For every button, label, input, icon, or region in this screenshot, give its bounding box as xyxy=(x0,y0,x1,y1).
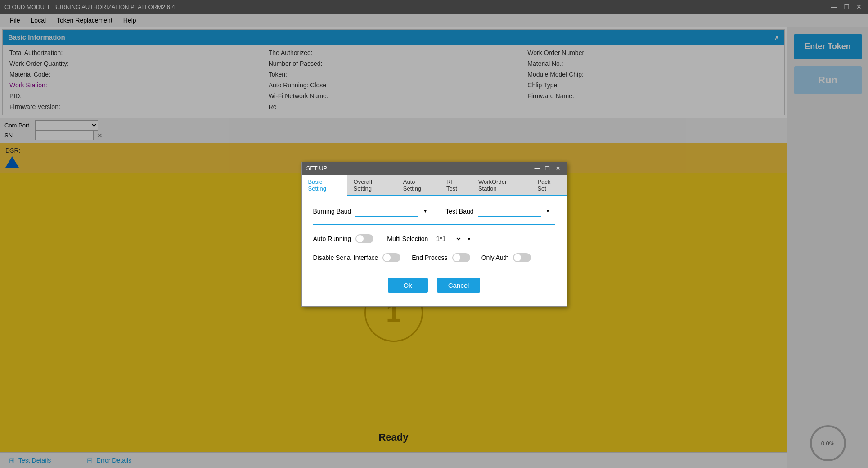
modal-minimize-button[interactable]: — xyxy=(533,164,541,173)
baud-row: Burning Baud ▼ Test Baud ▼ xyxy=(313,205,555,217)
tab-basic-setting[interactable]: Basic Setting xyxy=(302,175,347,196)
only-auth-label: Only Auth xyxy=(481,254,509,261)
test-baud-arrow-icon: ▼ xyxy=(546,209,550,214)
burning-baud-group: Burning Baud ▼ xyxy=(313,205,428,217)
baud-divider xyxy=(313,224,555,225)
setup-modal: SET UP — ❐ ✕ Basic Setting Overall Setti… xyxy=(301,162,567,307)
tab-overall-setting[interactable]: Overall Setting xyxy=(347,175,397,195)
ok-button[interactable]: Ok xyxy=(388,278,428,293)
modal-overlay: SET UP — ❐ ✕ Basic Setting Overall Setti… xyxy=(0,0,868,468)
modal-title-controls: — ❐ ✕ xyxy=(533,164,562,173)
tab-pack-set[interactable]: Pack Set xyxy=(531,175,566,195)
auto-running-label: Auto Running xyxy=(313,235,351,242)
only-auth-toggle[interactable] xyxy=(513,253,531,262)
modal-title-bar: SET UP — ❐ ✕ xyxy=(302,162,567,175)
burning-baud-arrow-icon: ▼ xyxy=(423,209,427,214)
disable-serial-label: Disable Serial Interface xyxy=(313,254,378,261)
auto-running-toggle[interactable] xyxy=(355,234,373,243)
disable-serial-group: Disable Serial Interface xyxy=(313,253,401,262)
auto-running-row: Auto Running Multi Selection 1*1 ▼ xyxy=(313,234,555,244)
tab-workorder-station[interactable]: WorkOrder Station xyxy=(472,175,531,195)
tab-rf-test[interactable]: RF Test xyxy=(440,175,472,195)
modal-restore-button[interactable]: ❐ xyxy=(544,164,552,173)
modal-body: Burning Baud ▼ Test Baud ▼ xyxy=(302,196,567,306)
disable-serial-toggle[interactable] xyxy=(382,253,400,262)
modal-close-button[interactable]: ✕ xyxy=(554,164,562,173)
end-process-label: End Process xyxy=(412,254,447,261)
multi-selection-group: Multi Selection 1*1 ▼ xyxy=(387,234,471,244)
multi-selection-arrow-icon: ▼ xyxy=(467,236,471,241)
burning-baud-select[interactable] xyxy=(355,205,418,217)
cancel-button[interactable]: Cancel xyxy=(437,278,481,293)
only-auth-group: Only Auth xyxy=(481,253,531,262)
serial-process-row: Disable Serial Interface End Process Onl… xyxy=(313,253,555,262)
multi-selection-label: Multi Selection xyxy=(387,235,428,242)
test-baud-group: Test Baud ▼ xyxy=(445,205,550,217)
modal-tabs: Basic Setting Overall Setting Auto Setti… xyxy=(302,175,567,196)
tab-auto-setting[interactable]: Auto Setting xyxy=(397,175,440,195)
multi-selection-select[interactable]: 1*1 xyxy=(432,234,462,244)
modal-buttons: Ok Cancel xyxy=(313,273,555,297)
test-baud-select[interactable] xyxy=(478,205,541,217)
end-process-toggle[interactable] xyxy=(452,253,470,262)
test-baud-label: Test Baud xyxy=(445,208,473,215)
burning-baud-label: Burning Baud xyxy=(313,208,351,215)
auto-running-group: Auto Running xyxy=(313,234,374,243)
end-process-group: End Process xyxy=(412,253,470,262)
modal-title: SET UP xyxy=(306,165,328,172)
